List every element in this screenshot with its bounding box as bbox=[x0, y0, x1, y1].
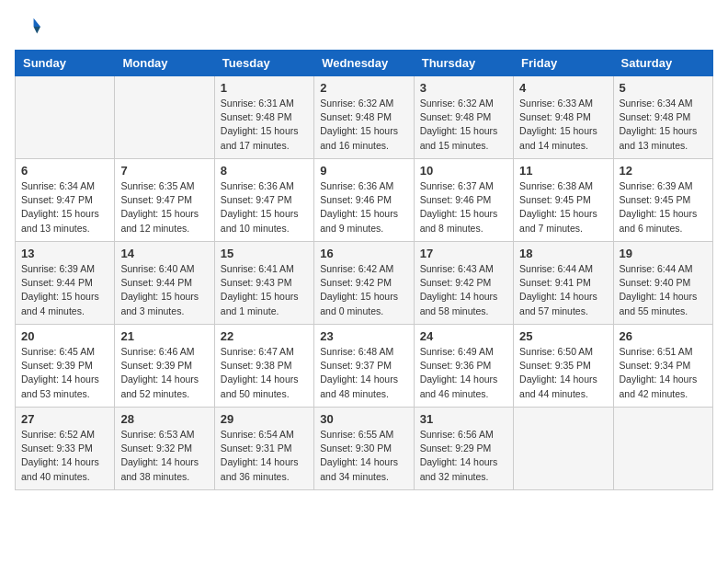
calendar-day-cell: 19Sunrise: 6:44 AM Sunset: 9:40 PM Dayli… bbox=[613, 242, 712, 325]
day-number: 13 bbox=[21, 247, 108, 260]
day-info: Sunrise: 6:36 AM Sunset: 9:46 PM Dayligh… bbox=[320, 179, 407, 236]
calendar-day-cell: 3Sunrise: 6:32 AM Sunset: 9:48 PM Daylig… bbox=[414, 76, 513, 159]
day-info: Sunrise: 6:35 AM Sunset: 9:47 PM Dayligh… bbox=[120, 179, 208, 236]
day-number: 1 bbox=[221, 81, 308, 95]
day-info: Sunrise: 6:52 AM Sunset: 9:33 PM Dayligh… bbox=[21, 428, 108, 484]
weekday-header-sunday: Sunday bbox=[16, 51, 115, 76]
day-number: 30 bbox=[320, 412, 407, 426]
day-info: Sunrise: 6:31 AM Sunset: 9:48 PM Dayligh… bbox=[221, 97, 308, 153]
day-info: Sunrise: 6:39 AM Sunset: 9:44 PM Dayligh… bbox=[21, 262, 108, 318]
calendar-day-cell: 5Sunrise: 6:34 AM Sunset: 9:48 PM Daylig… bbox=[613, 76, 712, 159]
day-number: 8 bbox=[221, 164, 308, 178]
day-number: 7 bbox=[120, 164, 208, 178]
day-number: 5 bbox=[620, 81, 707, 95]
calendar-week-row: 27Sunrise: 6:52 AM Sunset: 9:33 PM Dayli… bbox=[16, 408, 713, 490]
calendar-day-cell: 4Sunrise: 6:33 AM Sunset: 9:48 PM Daylig… bbox=[514, 76, 613, 159]
calendar-day-cell: 24Sunrise: 6:49 AM Sunset: 9:36 PM Dayli… bbox=[414, 325, 513, 408]
day-info: Sunrise: 6:34 AM Sunset: 9:47 PM Dayligh… bbox=[21, 179, 108, 236]
day-info: Sunrise: 6:43 AM Sunset: 9:42 PM Dayligh… bbox=[420, 262, 507, 318]
calendar-day-cell: 10Sunrise: 6:37 AM Sunset: 9:46 PM Dayli… bbox=[414, 159, 513, 242]
day-number: 10 bbox=[420, 164, 507, 178]
day-info: Sunrise: 6:45 AM Sunset: 9:39 PM Dayligh… bbox=[21, 345, 108, 401]
calendar-day-cell: 25Sunrise: 6:50 AM Sunset: 9:35 PM Dayli… bbox=[514, 325, 613, 408]
day-number: 16 bbox=[320, 247, 407, 260]
day-info: Sunrise: 6:42 AM Sunset: 9:42 PM Dayligh… bbox=[320, 262, 407, 318]
day-info: Sunrise: 6:38 AM Sunset: 9:45 PM Dayligh… bbox=[519, 179, 607, 236]
day-number: 11 bbox=[519, 164, 607, 178]
day-number: 26 bbox=[620, 329, 707, 343]
calendar-day-cell: 8Sunrise: 6:36 AM Sunset: 9:47 PM Daylig… bbox=[214, 159, 313, 242]
day-info: Sunrise: 6:40 AM Sunset: 9:44 PM Dayligh… bbox=[120, 262, 208, 318]
calendar-day-cell: 28Sunrise: 6:53 AM Sunset: 9:32 PM Dayli… bbox=[115, 408, 214, 490]
calendar-day-cell: 13Sunrise: 6:39 AM Sunset: 9:44 PM Dayli… bbox=[16, 242, 115, 325]
day-info: Sunrise: 6:33 AM Sunset: 9:48 PM Dayligh… bbox=[519, 97, 607, 153]
day-info: Sunrise: 6:32 AM Sunset: 9:48 PM Dayligh… bbox=[420, 97, 507, 153]
calendar-day-cell: 6Sunrise: 6:34 AM Sunset: 9:47 PM Daylig… bbox=[16, 159, 115, 242]
calendar-week-row: 6Sunrise: 6:34 AM Sunset: 9:47 PM Daylig… bbox=[16, 159, 713, 242]
calendar-day-cell: 30Sunrise: 6:55 AM Sunset: 9:30 PM Dayli… bbox=[314, 408, 414, 490]
calendar-week-row: 20Sunrise: 6:45 AM Sunset: 9:39 PM Dayli… bbox=[16, 325, 713, 408]
day-number: 22 bbox=[221, 329, 308, 343]
weekday-header-row: SundayMondayTuesdayWednesdayThursdayFrid… bbox=[16, 51, 713, 76]
day-info: Sunrise: 6:44 AM Sunset: 9:41 PM Dayligh… bbox=[519, 262, 607, 318]
calendar-day-cell: 2Sunrise: 6:32 AM Sunset: 9:48 PM Daylig… bbox=[314, 76, 414, 159]
day-info: Sunrise: 6:53 AM Sunset: 9:32 PM Dayligh… bbox=[120, 428, 208, 484]
day-info: Sunrise: 6:49 AM Sunset: 9:36 PM Dayligh… bbox=[420, 345, 507, 401]
day-info: Sunrise: 6:56 AM Sunset: 9:29 PM Dayligh… bbox=[420, 428, 507, 484]
calendar-week-row: 13Sunrise: 6:39 AM Sunset: 9:44 PM Dayli… bbox=[16, 242, 713, 325]
day-number: 12 bbox=[620, 164, 707, 178]
weekday-header-thursday: Thursday bbox=[414, 51, 513, 76]
day-info: Sunrise: 6:50 AM Sunset: 9:35 PM Dayligh… bbox=[519, 345, 607, 401]
svg-marker-0 bbox=[34, 18, 40, 27]
calendar-table: SundayMondayTuesdayWednesdayThursdayFrid… bbox=[15, 50, 713, 490]
day-number: 3 bbox=[420, 81, 507, 95]
day-info: Sunrise: 6:39 AM Sunset: 9:45 PM Dayligh… bbox=[620, 179, 707, 236]
calendar-week-row: 1Sunrise: 6:31 AM Sunset: 9:48 PM Daylig… bbox=[16, 76, 713, 159]
day-number: 27 bbox=[21, 412, 108, 426]
calendar-day-cell bbox=[514, 408, 613, 490]
calendar-day-cell: 12Sunrise: 6:39 AM Sunset: 9:45 PM Dayli… bbox=[613, 159, 712, 242]
svg-marker-1 bbox=[34, 27, 40, 33]
day-info: Sunrise: 6:37 AM Sunset: 9:46 PM Dayligh… bbox=[420, 179, 507, 236]
calendar-day-cell: 31Sunrise: 6:56 AM Sunset: 9:29 PM Dayli… bbox=[414, 408, 513, 490]
day-number: 20 bbox=[21, 329, 108, 343]
calendar-day-cell: 17Sunrise: 6:43 AM Sunset: 9:42 PM Dayli… bbox=[414, 242, 513, 325]
day-info: Sunrise: 6:32 AM Sunset: 9:48 PM Dayligh… bbox=[320, 97, 407, 153]
day-info: Sunrise: 6:34 AM Sunset: 9:48 PM Dayligh… bbox=[620, 97, 707, 153]
day-info: Sunrise: 6:44 AM Sunset: 9:40 PM Dayligh… bbox=[620, 262, 707, 318]
weekday-header-monday: Monday bbox=[115, 51, 214, 76]
day-info: Sunrise: 6:55 AM Sunset: 9:30 PM Dayligh… bbox=[320, 428, 407, 484]
logo-icon bbox=[15, 15, 40, 40]
calendar-day-cell: 20Sunrise: 6:45 AM Sunset: 9:39 PM Dayli… bbox=[16, 325, 115, 408]
calendar-day-cell: 18Sunrise: 6:44 AM Sunset: 9:41 PM Dayli… bbox=[514, 242, 613, 325]
calendar-day-cell: 16Sunrise: 6:42 AM Sunset: 9:42 PM Dayli… bbox=[314, 242, 414, 325]
day-number: 23 bbox=[320, 329, 407, 343]
day-number: 18 bbox=[519, 247, 607, 260]
day-number: 25 bbox=[519, 329, 607, 343]
day-number: 4 bbox=[519, 81, 607, 95]
weekday-header-saturday: Saturday bbox=[613, 51, 712, 76]
day-info: Sunrise: 6:48 AM Sunset: 9:37 PM Dayligh… bbox=[320, 345, 407, 401]
day-number: 29 bbox=[221, 412, 308, 426]
weekday-header-tuesday: Tuesday bbox=[214, 51, 313, 76]
calendar-day-cell: 26Sunrise: 6:51 AM Sunset: 9:34 PM Dayli… bbox=[613, 325, 712, 408]
calendar-day-cell: 15Sunrise: 6:41 AM Sunset: 9:43 PM Dayli… bbox=[214, 242, 313, 325]
calendar-day-cell: 23Sunrise: 6:48 AM Sunset: 9:37 PM Dayli… bbox=[314, 325, 414, 408]
logo bbox=[15, 15, 44, 40]
day-info: Sunrise: 6:54 AM Sunset: 9:31 PM Dayligh… bbox=[221, 428, 308, 484]
day-number: 9 bbox=[320, 164, 407, 178]
page-header bbox=[15, 15, 713, 40]
day-number: 2 bbox=[320, 81, 407, 95]
calendar-day-cell: 27Sunrise: 6:52 AM Sunset: 9:33 PM Dayli… bbox=[16, 408, 115, 490]
calendar-day-cell: 22Sunrise: 6:47 AM Sunset: 9:38 PM Dayli… bbox=[214, 325, 313, 408]
calendar-day-cell bbox=[613, 408, 712, 490]
calendar-day-cell: 29Sunrise: 6:54 AM Sunset: 9:31 PM Dayli… bbox=[214, 408, 313, 490]
calendar-day-cell: 11Sunrise: 6:38 AM Sunset: 9:45 PM Dayli… bbox=[514, 159, 613, 242]
day-number: 24 bbox=[420, 329, 507, 343]
day-number: 28 bbox=[120, 412, 208, 426]
day-info: Sunrise: 6:47 AM Sunset: 9:38 PM Dayligh… bbox=[221, 345, 308, 401]
weekday-header-wednesday: Wednesday bbox=[314, 51, 414, 76]
calendar-day-cell: 1Sunrise: 6:31 AM Sunset: 9:48 PM Daylig… bbox=[214, 76, 313, 159]
day-number: 17 bbox=[420, 247, 507, 260]
day-number: 21 bbox=[120, 329, 208, 343]
